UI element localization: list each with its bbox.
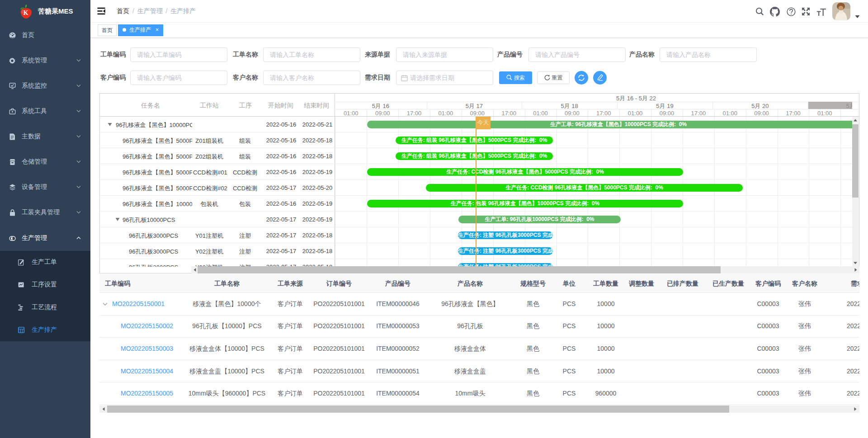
- svg-text:K: K: [24, 9, 28, 16]
